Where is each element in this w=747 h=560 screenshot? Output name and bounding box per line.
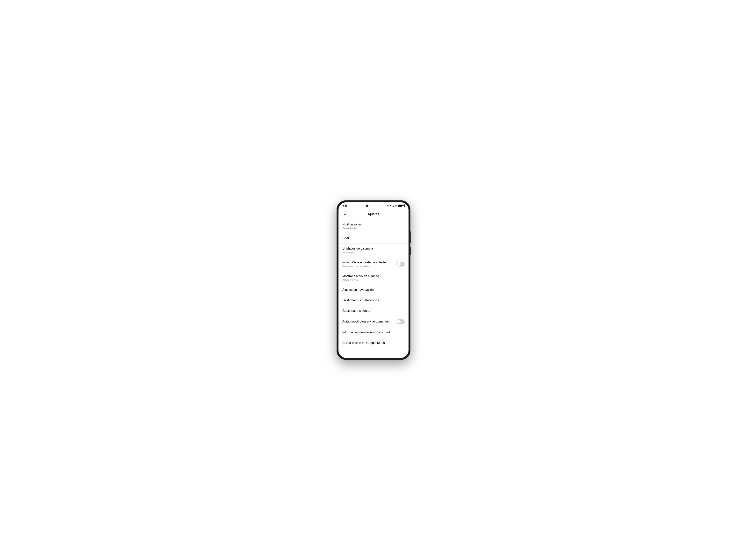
settings-item-mostrar-escala-mapa[interactable]: Mostrar escala en el mapaAl hacer zoom bbox=[338, 271, 409, 285]
status-icons: ⊟ ✱ ▲ ⊠ 67 bbox=[387, 204, 405, 207]
settings-title-gestionar-preferencias: Gestionar tus preferencias bbox=[342, 298, 405, 303]
settings-subtitle-notificaciones: Desactivadas bbox=[342, 227, 405, 230]
battery-fill bbox=[398, 205, 402, 207]
settings-subtitle-unidades-distancia: Automático bbox=[342, 251, 405, 254]
settings-item-gestionar-preferencias[interactable]: Gestionar tus preferencias bbox=[338, 295, 409, 306]
toggle-iniciar-maps-satelite[interactable] bbox=[396, 262, 405, 266]
settings-title-mostrar-escala-mapa: Mostrar escala en el mapa bbox=[342, 274, 405, 278]
bluetooth-icon: ✱ bbox=[390, 204, 391, 207]
settings-content-ajustes-navegacion: Ajustes de navegación bbox=[342, 288, 405, 292]
app-bar: ← Ajustes bbox=[338, 209, 409, 220]
settings-content-gestionar-preferencias: Gestionar tus preferencias bbox=[342, 298, 405, 303]
back-button[interactable]: ← bbox=[342, 211, 349, 218]
camera-notch bbox=[366, 205, 368, 207]
settings-content-chat: Chat bbox=[342, 236, 405, 240]
settings-content-unidades-distancia: Unidades de distanciaAutomático bbox=[342, 247, 405, 254]
settings-content-agitar-movil: Agitar móvil para enviar comentar.. bbox=[342, 320, 396, 324]
phone-screen: 8:45 ⊟ ✱ ▲ ⊠ 67 ← Ajustes bbox=[338, 202, 409, 358]
settings-title-iniciar-maps-satelite: Iniciar Maps en vista de satélite bbox=[342, 260, 396, 264]
settings-content-notificaciones: NotificacionesDesactivadas bbox=[342, 223, 405, 230]
settings-item-unidades-distancia[interactable]: Unidades de distanciaAutomático bbox=[338, 244, 409, 257]
settings-item-agitar-movil[interactable]: Agitar móvil para enviar comentar.. bbox=[338, 316, 409, 327]
settings-item-informacion-terminos[interactable]: Información, términos y privacidad bbox=[338, 327, 409, 338]
settings-title-ajustes-navegacion: Ajustes de navegación bbox=[342, 288, 405, 292]
settings-title-cerrar-sesion: Cerrar sesión en Google Maps bbox=[342, 341, 405, 345]
settings-title-informacion-terminos: Información, términos y privacidad bbox=[342, 330, 405, 335]
settings-subtitle-mostrar-escala-mapa: Al hacer zoom bbox=[342, 279, 405, 281]
settings-list: NotificacionesDesactivadasChatUnidades d… bbox=[338, 220, 409, 358]
status-center bbox=[366, 205, 368, 207]
settings-title-gestionar-zonas: Gestionar tus zonas bbox=[342, 309, 405, 313]
phone-frame: 8:45 ⊟ ✱ ▲ ⊠ 67 ← Ajustes bbox=[337, 200, 410, 360]
status-bar: 8:45 ⊟ ✱ ▲ ⊠ 67 bbox=[338, 202, 409, 209]
nfc-icon: ⊟ bbox=[387, 204, 389, 207]
wifi-icon: ▲ bbox=[392, 205, 394, 207]
settings-content-iniciar-maps-satelite: Iniciar Maps en vista de satéliteEsta vi… bbox=[342, 260, 396, 268]
settings-item-iniciar-maps-satelite[interactable]: Iniciar Maps en vista de satéliteEsta vi… bbox=[338, 257, 409, 271]
settings-content-cerrar-sesion: Cerrar sesión en Google Maps bbox=[342, 341, 405, 345]
settings-item-gestionar-zonas[interactable]: Gestionar tus zonas bbox=[338, 306, 409, 316]
settings-item-ajustes-navegacion[interactable]: Ajustes de navegación bbox=[338, 285, 409, 295]
settings-item-chat[interactable]: Chat bbox=[338, 233, 409, 244]
back-arrow-icon: ← bbox=[343, 212, 347, 217]
battery-icon: 67 bbox=[397, 204, 405, 207]
settings-content-gestionar-zonas: Gestionar tus zonas bbox=[342, 309, 405, 313]
data-icon: ⊠ bbox=[395, 204, 397, 207]
settings-item-cerrar-sesion[interactable]: Cerrar sesión en Google Maps bbox=[338, 338, 409, 348]
battery-percent: 67 bbox=[402, 205, 404, 207]
settings-subtitle-iniciar-maps-satelite: Esta vista usa más datos bbox=[342, 265, 396, 268]
settings-item-notificaciones[interactable]: NotificacionesDesactivadas bbox=[338, 220, 409, 233]
toggle-agitar-movil[interactable] bbox=[396, 320, 405, 324]
settings-content-informacion-terminos: Información, términos y privacidad bbox=[342, 330, 405, 335]
settings-content-mostrar-escala-mapa: Mostrar escala en el mapaAl hacer zoom bbox=[342, 274, 405, 282]
settings-title-unidades-distancia: Unidades de distancia bbox=[342, 247, 405, 251]
settings-title-chat: Chat bbox=[342, 236, 405, 240]
status-time: 8:45 bbox=[342, 204, 347, 207]
settings-title-agitar-movil: Agitar móvil para enviar comentar.. bbox=[342, 320, 396, 324]
page-title: Ajustes bbox=[349, 212, 398, 216]
settings-title-notificaciones: Notificaciones bbox=[342, 223, 405, 227]
